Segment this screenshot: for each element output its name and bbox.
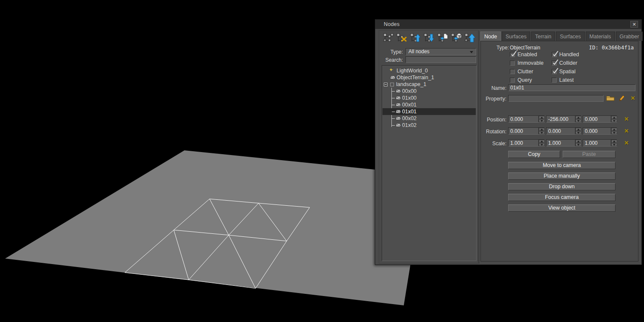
spin-down-icon[interactable] [539,131,545,134]
spin-down-icon[interactable] [575,119,581,122]
spin-up-icon[interactable] [611,116,617,119]
checkbox-clutter[interactable] [510,69,515,74]
spin-up-icon[interactable] [575,128,581,131]
spin-down-icon[interactable] [539,143,545,146]
spin-up-icon[interactable] [539,140,545,143]
tree-item-lightworld[interactable]: LightWorld_0 [382,67,476,74]
copy-node-to-file-icon[interactable] [437,32,449,44]
tree-item-objectterrain[interactable]: ObjectTerrain_1 [382,74,476,81]
checkbox-handled[interactable] [552,52,557,57]
position-z-input[interactable] [583,116,610,122]
type-value: ObjectTerrain [510,45,540,51]
spin-down-icon[interactable] [539,119,545,122]
tree-stub-line [392,125,395,126]
spin-up-icon[interactable] [575,116,581,119]
folder-icon[interactable] [606,95,615,101]
tree-item-tile[interactable]: 00x02 [382,115,476,122]
copy-button[interactable]: Copy [508,151,560,158]
drop-down-button[interactable]: Drop down [508,183,615,190]
panel-titlebar[interactable]: Nodes ✕ [375,20,641,29]
paste-button[interactable]: Paste [563,151,615,158]
position-y-field[interactable] [546,115,581,123]
tree-item-landscape[interactable]: landscape_1 [382,81,476,88]
tree-item-tile[interactable]: 00x01 [382,101,476,108]
spin-down-icon[interactable] [575,143,581,146]
checkbox-label: Enabled [518,52,537,58]
focus-camera-button[interactable]: Focus camera [508,194,615,201]
spin-down-icon[interactable] [575,131,581,134]
edit-pencil-icon[interactable] [618,94,627,101]
move-node-up-icon[interactable] [410,32,422,44]
scale-x-field[interactable] [508,139,545,147]
scale-x-input[interactable] [509,140,538,146]
search-label: Search: [385,57,403,63]
tab-grabber[interactable]: Grabber [616,32,643,41]
rotation-x-input[interactable] [509,128,538,134]
spin-up-icon[interactable] [575,140,581,143]
reset-position-icon[interactable]: ✕ [623,116,630,123]
move-node-down-icon[interactable] [423,32,435,44]
type-filter-label: Type: [391,49,403,55]
type-label: Type: [483,45,509,51]
rotation-y-field[interactable] [546,127,581,135]
scale-y-field[interactable] [546,139,581,147]
terrain-icon [395,123,401,128]
place-manually-button[interactable]: Place manually [508,172,615,180]
tab-node[interactable]: Node [480,32,501,41]
nodes-grid-icon[interactable] [382,32,394,44]
property-input[interactable] [508,95,604,102]
raise-node-icon[interactable] [464,32,476,44]
scale-z-input[interactable] [583,140,610,146]
pane-splitter[interactable] [479,30,480,264]
tree-item-tile[interactable]: 01x02 [382,122,476,129]
position-x-input[interactable] [509,116,538,122]
tab-terrain[interactable]: Terrain [531,32,555,41]
type-filter-dropdown[interactable]: All nodes [405,48,476,55]
tree-item-tile-selected[interactable]: 01x01 [382,108,476,115]
tab-materials[interactable]: Materials [586,32,615,41]
spin-up-icon[interactable] [539,128,545,131]
checkbox-enabled[interactable] [510,52,515,57]
name-input[interactable] [508,84,635,91]
rotation-z-input[interactable] [583,128,610,134]
checkbox-spatial[interactable] [552,69,557,74]
spin-up-icon[interactable] [611,128,617,131]
search-input[interactable] [405,56,476,63]
tab-surfaces-2[interactable]: Surfaces [556,32,584,41]
rotation-z-field[interactable] [583,127,617,135]
checkbox-query[interactable] [510,78,515,83]
checkbox-latest[interactable] [552,78,557,83]
view-object-button[interactable]: View object [508,204,615,212]
scale-y-input[interactable] [546,140,575,146]
spin-up-icon[interactable] [539,116,545,119]
rotation-y-input[interactable] [546,128,575,134]
clear-property-icon[interactable]: ✕ [630,95,636,102]
reset-rotation-icon[interactable]: ✕ [623,128,630,135]
tree-item-label: 01x00 [402,95,417,101]
collapse-icon[interactable] [384,83,388,86]
spin-up-icon[interactable] [611,140,617,143]
position-y-input[interactable] [546,116,575,122]
tree-item-label: landscape_1 [396,81,426,87]
spin-down-icon[interactable] [611,143,617,146]
move-to-camera-button[interactable]: Move to camera [508,162,615,169]
reset-scale-icon[interactable]: ✕ [623,140,630,147]
spinner [538,116,544,122]
tree-item-tile[interactable]: 01x00 [382,95,476,101]
checkbox-collider[interactable] [552,60,557,66]
tab-surfaces[interactable]: Surfaces [502,32,530,41]
close-icon[interactable]: ✕ [630,21,638,28]
position-x-field[interactable] [508,115,545,123]
checkbox-immovable[interactable] [510,60,515,66]
delete-node-icon[interactable] [396,32,408,44]
position-z-field[interactable] [583,115,617,123]
copy-node-to-object-icon[interactable] [451,32,463,44]
spin-down-icon[interactable] [611,119,617,122]
node-tree[interactable]: LightWorld_0 ObjectTerrain_1 landscape_1 [382,65,477,261]
terrain-icon [395,116,401,121]
tree-item-tile[interactable]: 00x00 [382,88,476,95]
spinner [575,116,581,122]
rotation-x-field[interactable] [508,127,545,135]
scale-z-field[interactable] [583,139,617,147]
spin-down-icon[interactable] [611,131,617,134]
